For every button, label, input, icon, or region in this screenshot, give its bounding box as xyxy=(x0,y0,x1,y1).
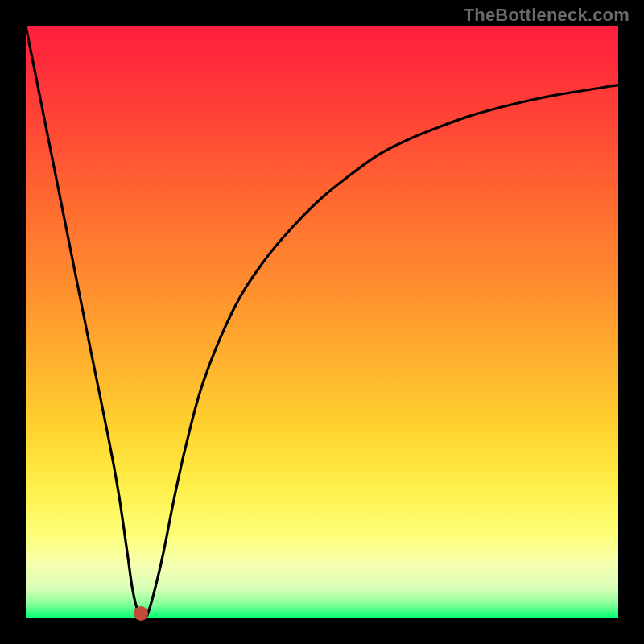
bottleneck-curve-svg xyxy=(26,26,618,618)
chart-frame: TheBottleneck.com xyxy=(0,0,644,644)
watermark-label: TheBottleneck.com xyxy=(464,5,630,26)
bottleneck-marker xyxy=(134,606,148,621)
bottleneck-curve-path xyxy=(26,26,618,618)
